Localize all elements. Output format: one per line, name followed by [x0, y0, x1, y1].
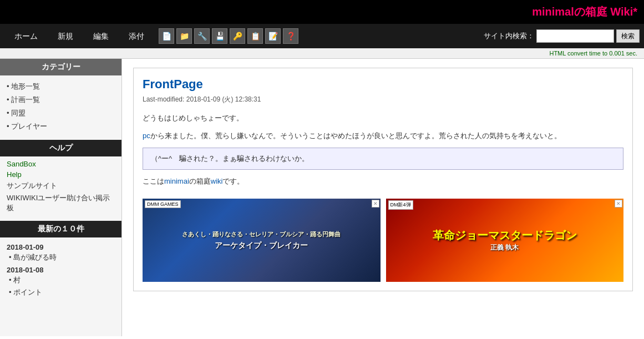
page-title: FrontPage [143, 77, 623, 92]
ad-right-label: DM新4弾 [388, 200, 413, 210]
site-title: minimalの箱庭 Wiki* [532, 6, 637, 18]
title-bar: minimalの箱庭 Wiki* [0, 0, 644, 24]
recent-items-1: 島が減びる時 [7, 251, 115, 264]
ad-left-text: さあくし・踊りなさる・セレリア・ブルシア・踊る円舞曲 アーケタイプ・ブレイカー [178, 226, 345, 255]
icon-btn-6[interactable]: 📋 [247, 28, 263, 44]
recent-items-2: 村 ポイント [7, 274, 115, 298]
category-terrain-link[interactable]: 地形一覧 [11, 82, 40, 90]
main-layout: カテゴリー 地形一覧 計画一覧 同盟 プレイヤー ヘルプ SandBox Hel… [0, 59, 644, 336]
content-paragraph-3: ここはminimaiの箱庭wikiです。 [143, 175, 623, 188]
ads-row: DMM GAMES ✕ さあくし・踊りなさる・セレリア・ブルシア・踊る円舞曲 ア… [143, 199, 623, 282]
help-header: ヘルプ [0, 140, 121, 156]
category-plan-link[interactable]: 計画一覧 [11, 95, 40, 104]
list-item: 計画一覧 [7, 93, 115, 107]
recent-date-2: 2018-01-08 [7, 266, 115, 274]
category-header: カテゴリー [0, 59, 121, 75]
wiki-link[interactable]: wiki [211, 177, 223, 185]
content-paragraph-2: pcから来ました。僕、荒らし嫌いなんで。そういうことはやめたほうが良いと思んです… [143, 130, 623, 142]
last-modified: Last-modified: 2018-01-09 (火) 12:38:31 [143, 95, 623, 104]
help-link[interactable]: Help [7, 170, 115, 179]
list-item: 村 [9, 274, 115, 286]
category-list: 地形一覧 計画一覧 同盟 プレイヤー [0, 75, 121, 138]
sandbox-link[interactable]: SandBox [7, 160, 115, 168]
nav-edit[interactable]: 編集 [83, 24, 119, 48]
nav-attach[interactable]: 添付 [119, 24, 154, 48]
ad-right-text: 革命ジョーマスタードラゴン 正義 執木 [428, 224, 581, 257]
search-label: サイト内検索： [484, 31, 534, 41]
search-area: サイト内検索： 検索 [484, 29, 640, 43]
nav-bar: ホーム 新規 編集 添付 📄 📁 🔧 💾 🔑 📋 📝 ❓ サイト内検索： 検索 [0, 24, 644, 48]
list-item: ポイント [9, 286, 115, 298]
pc-link[interactable]: pc [143, 131, 150, 140]
icon-btn-8[interactable]: ❓ [283, 28, 298, 44]
search-input[interactable] [536, 29, 614, 43]
sample-site-link: サンプルサイト [7, 181, 115, 191]
ad-right: DM新4弾 ✕ 革命ジョーマスタードラゴン 正義 執木 [386, 199, 624, 282]
nav-new[interactable]: 新規 [48, 24, 83, 48]
sidebar: カテゴリー 地形一覧 計画一覧 同盟 プレイヤー ヘルプ SandBox Hel… [0, 59, 122, 336]
nav-links: ホーム 新規 編集 添付 [4, 24, 154, 48]
sidebar-help-links: SandBox Help サンプルサイト WIKIWIKIユーザー助け合い掲示板 [0, 156, 121, 216]
list-item: 地形一覧 [7, 80, 115, 93]
list-item: 同盟 [7, 107, 115, 120]
content-box: FrontPage Last-modified: 2018-01-09 (火) … [133, 68, 633, 291]
recent-header: 最新の１０件 [0, 221, 121, 237]
recent-item-link[interactable]: ポイント [13, 288, 42, 296]
quote-box: （^ー^ 騙された？。まぁ騙されるわけないか。 [143, 148, 623, 170]
recent-date-1: 2018-01-09 [7, 243, 115, 251]
ad-left-close[interactable]: ✕ [372, 200, 379, 208]
sidebar-recent: 2018-01-09 島が減びる時 2018-01-08 村 ポイント [0, 237, 121, 302]
content-area: FrontPage Last-modified: 2018-01-09 (火) … [122, 59, 644, 336]
quote-text: （^ー^ 騙された？。まぁ騙されるわけないか。 [151, 154, 309, 163]
ad-right-close[interactable]: ✕ [615, 200, 622, 208]
ad-left: DMM GAMES ✕ さあくし・踊りなさる・セレリア・ブルシア・踊る円舞曲 ア… [143, 199, 381, 282]
icon-btn-5[interactable]: 🔑 [230, 28, 245, 44]
icon-btn-4[interactable]: 💾 [212, 28, 227, 44]
list-item: プレイヤー [7, 120, 115, 133]
convert-bar: HTML convert time to 0.001 sec. [0, 48, 644, 59]
icon-btn-7[interactable]: 📝 [265, 28, 281, 44]
wikiwiki-link: WIKIWIKIユーザー助け合い掲示板 [7, 193, 115, 213]
ad-left-label: DMM GAMES [145, 200, 181, 208]
category-alliance-link[interactable]: 同盟 [11, 109, 26, 117]
nav-home[interactable]: ホーム [4, 24, 48, 48]
search-button[interactable]: 検索 [616, 29, 640, 43]
icon-btn-2[interactable]: 📁 [176, 28, 192, 44]
icon-btn-3[interactable]: 🔧 [194, 28, 210, 44]
convert-time-text: HTML convert time to 0.001 sec. [549, 50, 637, 57]
recent-item-link[interactable]: 村 [13, 276, 21, 284]
content-paragraph-1: どうもはじめしゃちょーです。 [143, 112, 623, 124]
nav-icons: 📄 📁 🔧 💾 🔑 📋 📝 ❓ [159, 28, 298, 44]
category-player-link[interactable]: プレイヤー [11, 122, 47, 130]
icon-btn-1[interactable]: 📄 [159, 28, 174, 44]
list-item: 島が減びる時 [9, 251, 115, 264]
minimai-link[interactable]: minimai [164, 177, 189, 185]
recent-item-link[interactable]: 島が減びる時 [13, 253, 57, 261]
